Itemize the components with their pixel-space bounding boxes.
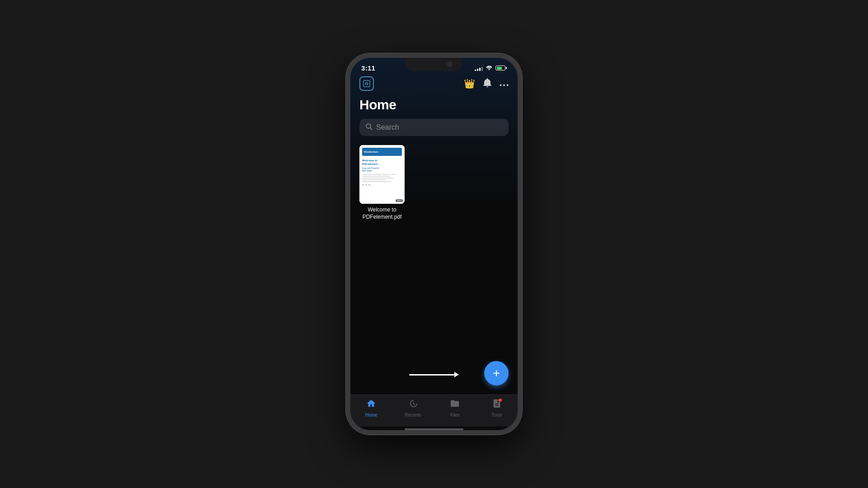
- files-tab-icon: [450, 399, 460, 411]
- file-thumbnail: Wondershare Welcome toPDFelement Easy an…: [359, 145, 405, 204]
- signal-bar-1: [475, 70, 476, 71]
- phone-screen: 3:11: [350, 58, 518, 430]
- status-bar: 3:11: [350, 58, 518, 72]
- tools-tab-badge-wrapper: [492, 399, 502, 411]
- bell-icon[interactable]: [483, 78, 491, 89]
- files-tab-label: Files: [450, 413, 460, 418]
- list-item[interactable]: Wondershare Welcome toPDFelement Easy an…: [359, 145, 405, 221]
- header-right-icons: 👑: [464, 78, 509, 89]
- signal-bar-4: [481, 67, 483, 71]
- svg-point-2: [500, 84, 502, 86]
- battery-icon: [495, 66, 507, 70]
- signal-bar-3: [479, 68, 481, 71]
- app-header: 👑 Home: [350, 72, 518, 145]
- svg-point-3: [503, 84, 505, 86]
- recents-tab-icon: [408, 399, 418, 411]
- bottom-section: + Home: [350, 361, 518, 430]
- home-tab-label: Home: [365, 413, 377, 418]
- file-grid: Wondershare Welcome toPDFelement Easy an…: [350, 145, 518, 361]
- file-name: Welcome to PDFelement.pdf: [359, 206, 405, 221]
- crown-icon[interactable]: 👑: [464, 78, 475, 89]
- home-tab-icon: [366, 399, 376, 411]
- tools-badge-dot: [499, 399, 502, 402]
- tools-tab-label: Tools: [491, 413, 502, 418]
- add-icon: +: [493, 367, 500, 380]
- svg-line-6: [370, 128, 372, 130]
- search-bar[interactable]: Search: [359, 119, 509, 136]
- status-icons: [475, 65, 507, 71]
- signal-bars-icon: [475, 66, 483, 71]
- signal-bar-2: [477, 69, 478, 71]
- svg-point-4: [507, 84, 509, 86]
- tab-recents[interactable]: Recents: [392, 399, 434, 418]
- add-button[interactable]: +: [484, 361, 509, 385]
- app-logo-button[interactable]: [359, 76, 374, 91]
- more-icon[interactable]: [500, 79, 509, 89]
- page-title: Home: [359, 97, 509, 113]
- tab-tools[interactable]: Tools: [476, 399, 518, 418]
- wifi-icon: [486, 65, 493, 71]
- status-time: 3:11: [361, 64, 375, 72]
- phone-outer: 3:11: [346, 53, 522, 435]
- tab-files[interactable]: Files: [434, 399, 476, 418]
- recents-tab-label: Recents: [405, 413, 421, 418]
- svg-point-1: [366, 83, 368, 85]
- swipe-hint: [409, 372, 459, 377]
- svg-rect-0: [363, 80, 370, 87]
- home-indicator: [405, 428, 463, 430]
- tab-bar: Home Recents Fil: [350, 394, 518, 427]
- top-bar: 👑: [359, 76, 509, 91]
- fab-row: +: [350, 361, 518, 394]
- search-icon: [366, 123, 373, 131]
- search-placeholder-text: Search: [376, 123, 399, 131]
- tab-home[interactable]: Home: [350, 399, 392, 418]
